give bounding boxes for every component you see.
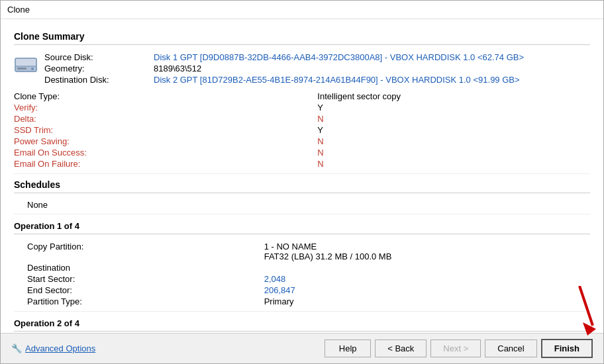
next-button[interactable]: Next > (430, 340, 481, 357)
email-failure-row: Email On Failure: N (14, 158, 590, 169)
email-success-label: Email On Success: (14, 147, 317, 158)
op1-copy-partition-detail: FAT32 (LBA) 31.2 MB / 100.0 MB (264, 251, 590, 261)
op1-destination-value (264, 262, 590, 273)
op1-copy-partition-row: Copy Partition: 1 - NO NAME FAT32 (LBA) … (27, 241, 590, 262)
geometry-value: 8189\63\512 (154, 63, 590, 74)
schedules-value: None (14, 200, 590, 210)
title-bar: Clone (1, 1, 603, 19)
clone-summary-section: Source Disk: Disk 1 GPT [D9D0887B-32DB-4… (14, 48, 590, 174)
power-saving-value: N (317, 136, 590, 147)
geometry-row: Geometry: 8189\63\512 (44, 63, 590, 74)
wrench-icon: 🔧 (11, 343, 22, 353)
op1-copy-partition-cell: 1 - NO NAME FAT32 (LBA) 31.2 MB / 100.0 … (264, 241, 590, 262)
operation1-table: Copy Partition: 1 - NO NAME FAT32 (LBA) … (14, 241, 590, 307)
clone-type-label: Clone Type: (14, 91, 317, 102)
finish-button[interactable]: Finish (541, 339, 593, 358)
op1-copy-partition-label: Copy Partition: (27, 241, 264, 262)
destination-disk-label: Destination Disk: (44, 74, 154, 85)
svg-point-2 (31, 68, 34, 70)
disk-info-table: Source Disk: Disk 1 GPT [D9D0887B-32DB-4… (44, 52, 590, 85)
content-area: Clone Summary Source Disk: Disk 1 GPT (1, 19, 603, 333)
source-disk-label: Source Disk: (44, 52, 154, 63)
disk-info-row: Source Disk: Disk 1 GPT [D9D0887B-32DB-4… (14, 52, 590, 85)
op1-end-sector-label: End Sector: (27, 285, 264, 296)
delta-label: Delta: (14, 113, 317, 124)
op1-partition-type-row: Partition Type: Primary (27, 296, 590, 307)
disk-icon (14, 53, 38, 79)
verify-label: Verify: (14, 102, 317, 113)
schedules-header: Schedules (14, 179, 590, 193)
delta-value: N (317, 113, 590, 124)
email-success-value: N (317, 147, 590, 158)
op1-end-sector-row: End Sector: 206,847 (27, 285, 590, 296)
verify-row: Verify: Y (14, 102, 590, 113)
verify-value: Y (317, 102, 590, 113)
window-title: Clone (7, 5, 30, 15)
clone-options-table: Clone Type: Intelligent sector copy Veri… (14, 91, 590, 169)
footer: 🔧 Advanced Options Help < Back Next > Ca… (1, 333, 603, 363)
operation1-header: Operation 1 of 4 (14, 221, 590, 234)
email-failure-value: N (317, 158, 590, 169)
clone-window: Clone Clone Summary Source Disk: (0, 0, 604, 364)
destination-disk-row: Destination Disk: Disk 2 GPT [81D729B2-A… (44, 74, 590, 85)
op1-start-sector-label: Start Sector: (27, 273, 264, 285)
source-disk-value: Disk 1 GPT [D9D0887B-32DB-4466-AAB4-3972… (154, 52, 590, 63)
op1-start-sector-row: Start Sector: 2,048 (27, 273, 590, 285)
advanced-options-link[interactable]: Advanced Options (25, 343, 95, 353)
geometry-label: Geometry: (44, 63, 154, 74)
source-disk-row: Source Disk: Disk 1 GPT [D9D0887B-32DB-4… (44, 52, 590, 63)
footer-right: Help < Back Next > Cancel Finish (325, 339, 593, 358)
clone-type-row: Clone Type: Intelligent sector copy (14, 91, 590, 102)
help-button[interactable]: Help (325, 340, 371, 357)
operation1-section: Copy Partition: 1 - NO NAME FAT32 (LBA) … (14, 237, 590, 312)
back-button[interactable]: < Back (375, 340, 427, 357)
ssd-trim-row: SSD Trim: Y (14, 124, 590, 136)
cancel-button[interactable]: Cancel (485, 340, 536, 357)
clone-summary-header: Clone Summary (14, 31, 590, 45)
op1-start-sector-value: 2,048 (264, 273, 590, 285)
clone-type-value: Intelligent sector copy (317, 91, 590, 102)
op1-partition-type-label: Partition Type: (27, 296, 264, 307)
email-success-row: Email On Success: N (14, 147, 590, 158)
email-failure-label: Email On Failure: (14, 158, 317, 169)
power-saving-row: Power Saving: N (14, 136, 590, 147)
destination-disk-value: Disk 2 GPT [81D729B2-AE55-4B1E-8974-214A… (154, 74, 590, 85)
ssd-trim-value: Y (317, 124, 590, 136)
footer-left: 🔧 Advanced Options (11, 343, 95, 353)
delta-row: Delta: N (14, 113, 590, 124)
power-saving-label: Power Saving: (14, 136, 317, 147)
op1-destination-row: Destination (27, 262, 590, 273)
op1-end-sector-value: 206,847 (264, 285, 590, 296)
schedules-section: None (14, 196, 590, 214)
op1-destination-label: Destination (27, 262, 264, 273)
op1-partition-type-value: Primary (264, 296, 590, 307)
ssd-trim-label: SSD Trim: (14, 124, 317, 136)
svg-rect-3 (17, 68, 26, 69)
operation2-header: Operation 2 of 4 (14, 318, 590, 332)
op1-copy-partition-value: 1 - NO NAME (264, 242, 590, 251)
